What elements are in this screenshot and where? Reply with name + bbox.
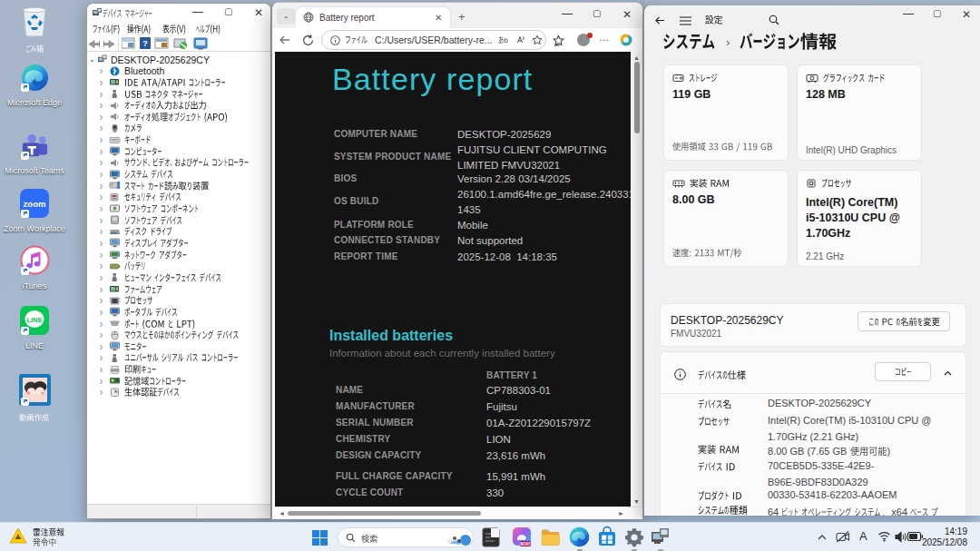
svg-text:zoom: zoom: [24, 199, 46, 209]
svg-text:LINE: LINE: [26, 316, 42, 324]
svg-text:?: ?: [142, 39, 148, 48]
svg-text:M365: M365: [520, 542, 531, 546]
